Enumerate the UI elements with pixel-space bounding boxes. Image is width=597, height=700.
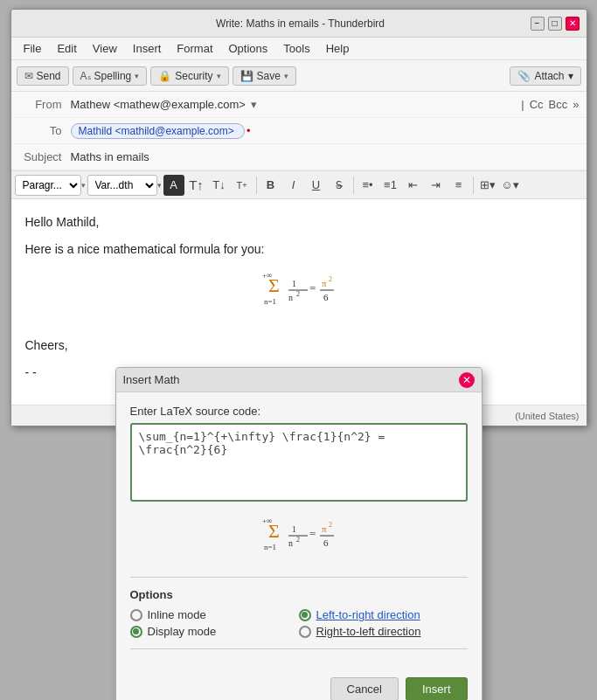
save-button[interactable]: 💾 Save ▾ (233, 66, 296, 86)
outdent-button[interactable]: ⇤ (403, 175, 424, 196)
dialog-close-icon: ✕ (462, 374, 471, 386)
rtl-option[interactable]: Right-to-left direction (299, 625, 468, 638)
strikethrough-button[interactable]: S̶ (329, 175, 350, 196)
dialog-title-bar: Insert Math ✕ (116, 368, 482, 392)
insert-button[interactable]: ⊞▾ (477, 175, 498, 196)
header-fields: From Mathew <mathew@example.com> ▾ | Cc … (11, 92, 587, 171)
close-button[interactable]: ✕ (566, 17, 580, 31)
bold-button[interactable]: B (260, 175, 281, 196)
fmt-divider-2 (353, 177, 354, 194)
inline-mode-label: Inline mode (148, 608, 206, 621)
inline-mode-option[interactable]: Inline mode (130, 608, 299, 621)
minimize-button[interactable]: − (531, 17, 545, 31)
menu-file[interactable]: File (17, 40, 49, 57)
display-mode-radio[interactable] (130, 626, 142, 638)
fmt-divider-1 (256, 177, 257, 194)
display-mode-option[interactable]: Display mode (130, 625, 299, 638)
dialog-footer: Cancel Insert (116, 669, 482, 700)
lock-icon: 🔒 (158, 70, 171, 82)
to-chip[interactable]: Mathild <mathild@example.com> (71, 123, 246, 139)
menu-view[interactable]: View (86, 40, 124, 57)
ltr-label: Left-to-right direction (316, 608, 420, 621)
rtl-radio[interactable] (299, 626, 311, 638)
fmt-divider-3 (473, 177, 474, 194)
latex-label: Enter LaTeX source code: (130, 405, 468, 418)
subject-input[interactable] (71, 150, 580, 163)
body-line1: Hello Mathild, (25, 213, 573, 232)
unordered-list-button[interactable]: ≡• (358, 175, 378, 196)
from-row: From Mathew <mathew@example.com> ▾ | Cc … (11, 92, 587, 118)
svg-text:6: 6 (323, 537, 329, 548)
from-label: From (18, 98, 71, 111)
save-icon: 💾 (240, 70, 253, 82)
font-select[interactable]: Var...dth (87, 175, 157, 196)
options-title: Options (130, 588, 468, 601)
svg-text:=: = (309, 527, 316, 540)
options-grid: Inline mode Left-to-right direction Disp… (130, 608, 468, 638)
italic-button[interactable]: I (283, 175, 304, 196)
svg-text:=: = (309, 281, 316, 295)
maximize-button[interactable]: □ (548, 17, 562, 31)
menu-insert[interactable]: Insert (126, 40, 169, 57)
header-extras: | Cc Bcc » (521, 98, 579, 111)
increase-font-button[interactable]: T↑ (186, 175, 207, 196)
formula-svg: Σ n=1 +∞ 1 n 2 = π 2 6 (255, 267, 343, 315)
preview-formula-svg: Σ n=1 +∞ 1 n 2 = π 2 6 (255, 513, 343, 561)
menu-tools[interactable]: Tools (276, 40, 316, 57)
svg-text:2: 2 (296, 290, 300, 298)
paragraph-style-select[interactable]: Paragr... (15, 175, 81, 196)
ltr-option[interactable]: Left-to-right direction (299, 608, 468, 621)
underline-button[interactable]: U (306, 175, 327, 196)
insert-math-dialog: Insert Math ✕ Enter LaTeX source code: \… (115, 367, 482, 700)
menu-edit[interactable]: Edit (50, 40, 83, 57)
security-button[interactable]: 🔒 Security ▾ (150, 66, 228, 86)
inline-mode-radio[interactable] (130, 609, 142, 621)
subject-label: Subject (18, 150, 71, 163)
save-arrow-icon: ▾ (284, 72, 288, 80)
decrease-font-button[interactable]: T↓ (209, 175, 230, 196)
bcc-button[interactable]: Bcc (549, 98, 568, 111)
svg-text:+∞: +∞ (262, 516, 273, 525)
svg-text:n: n (288, 538, 293, 548)
spelling-arrow-icon: ▾ (135, 72, 139, 80)
dialog-divider-top (130, 577, 468, 578)
menu-format[interactable]: Format (170, 40, 219, 57)
svg-text:2: 2 (296, 536, 300, 544)
expand-headers-icon[interactable]: » (573, 98, 579, 111)
from-dropdown-icon[interactable]: ▾ (251, 98, 257, 111)
attach-arrow-icon: ▾ (568, 70, 573, 82)
align-button[interactable]: ≡ (448, 175, 469, 196)
svg-text:2: 2 (329, 521, 332, 529)
latex-input[interactable]: \sum_{n=1}^{+\infty} \frac{1}{n^2} = \fr… (130, 423, 468, 502)
ltr-radio[interactable] (299, 609, 311, 621)
main-window: Write: Maths in emails - Thunderbird − □… (10, 9, 587, 426)
insert-button[interactable]: Insert (406, 677, 468, 700)
to-row: To Mathild <mathild@example.com> • (11, 118, 587, 144)
text-color-button[interactable]: A (163, 175, 184, 196)
indent-button[interactable]: ⇥ (426, 175, 447, 196)
spelling-button[interactable]: Aₛ Spelling ▾ (73, 66, 148, 86)
menu-options[interactable]: Options (222, 40, 275, 57)
cancel-button[interactable]: Cancel (330, 677, 399, 700)
cc-button[interactable]: Cc (530, 98, 544, 111)
svg-text:n=1: n=1 (264, 297, 276, 306)
superscript-button[interactable]: T+ (232, 175, 253, 196)
body-line2: Here is a nice mathematical formula for … (25, 240, 573, 259)
from-value: Mathew <mathew@example.com> (71, 98, 246, 111)
attach-button[interactable]: 📎 Attach ▾ (510, 66, 580, 86)
to-dot-indicator: • (246, 124, 251, 137)
attach-icon: 📎 (517, 70, 531, 82)
menu-help[interactable]: Help (319, 40, 357, 57)
ordered-list-button[interactable]: ≡1 (380, 175, 401, 196)
math-preview: Σ n=1 +∞ 1 n 2 = π 2 6 (130, 504, 468, 570)
title-bar: Write: Maths in emails - Thunderbird − □… (11, 10, 587, 38)
emoji-button[interactable]: ☺▾ (500, 175, 521, 196)
send-button[interactable]: ✉ Send (17, 66, 69, 86)
dialog-title: Insert Math (123, 373, 180, 386)
close-icon: ✕ (569, 18, 576, 28)
svg-text:π: π (322, 523, 327, 534)
dialog-close-button[interactable]: ✕ (459, 372, 475, 388)
svg-text:1: 1 (292, 279, 296, 288)
options-section: Options Inline mode Left-to-right direct… (130, 585, 468, 641)
to-label: To (18, 124, 71, 137)
